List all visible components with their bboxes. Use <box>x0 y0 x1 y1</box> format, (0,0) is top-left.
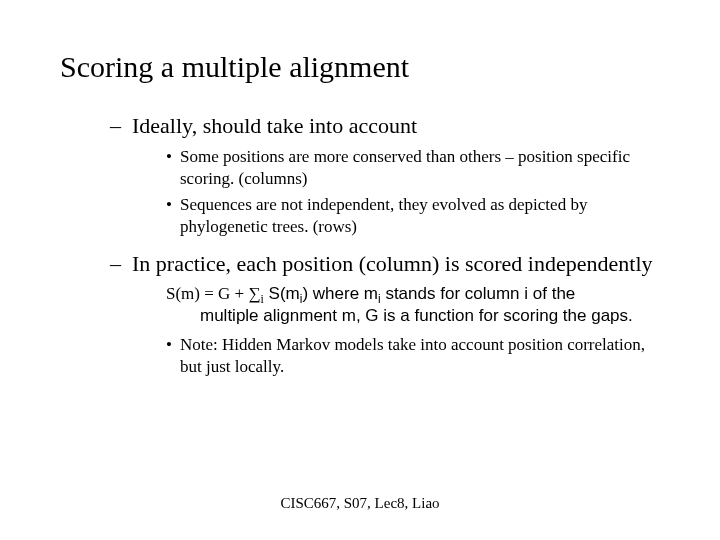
slide: Scoring a multiple alignment Ideally, sh… <box>0 0 720 540</box>
formula-rhs3: stands for column i of the <box>381 284 576 303</box>
formula-lhs: S(m) = G + <box>166 284 248 303</box>
point-ideally-text: Ideally, should take into account <box>132 113 417 138</box>
sigma-symbol: ∑ <box>248 284 260 303</box>
slide-footer: CISC667, S07, Lec8, Liao <box>0 495 720 512</box>
formula-line-2: multiple alignment m, G is a function fo… <box>200 305 660 327</box>
formula-block: S(m) = G + ∑i S(mi) where mi stands for … <box>166 283 660 327</box>
formula-rhs1: S(m <box>264 284 300 303</box>
formula-line-1: S(m) = G + ∑i S(mi) where mi stands for … <box>166 283 660 305</box>
practice-sublist: Note: Hidden Markov models take into acc… <box>166 334 660 378</box>
sub-conserved: Some positions are more conserved than o… <box>166 146 660 190</box>
main-list: Ideally, should take into account Some p… <box>110 112 660 378</box>
slide-title: Scoring a multiple alignment <box>60 50 660 84</box>
formula-rhs2: ) where m <box>302 284 378 303</box>
point-practice-text: In practice, each position (column) is s… <box>132 251 653 276</box>
sub-note: Note: Hidden Markov models take into acc… <box>166 334 660 378</box>
point-practice: In practice, each position (column) is s… <box>110 250 660 378</box>
point-ideally: Ideally, should take into account Some p… <box>110 112 660 238</box>
sub-sequences: Sequences are not independent, they evol… <box>166 194 660 238</box>
ideally-sublist: Some positions are more conserved than o… <box>166 146 660 238</box>
